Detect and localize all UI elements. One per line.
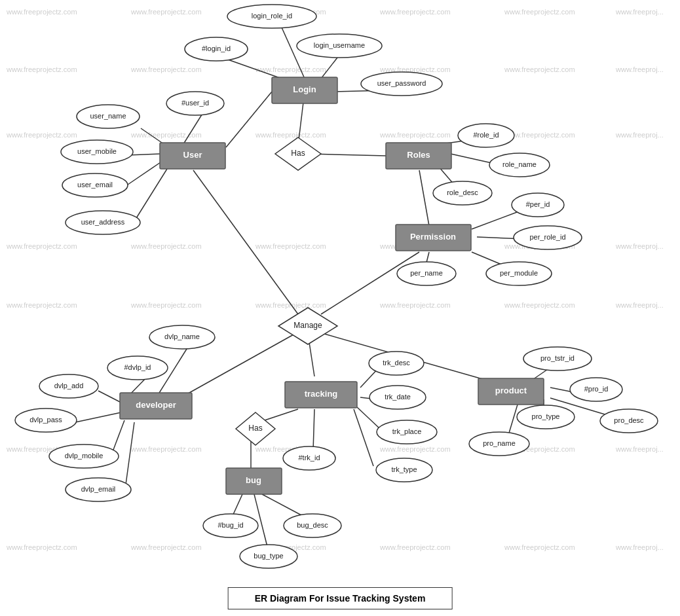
svg-line-30 (126, 422, 134, 484)
entity-product-label: product (495, 386, 527, 395)
attr-bug-id: #bug_id (217, 521, 243, 529)
svg-line-7 (183, 113, 203, 144)
svg-line-2 (321, 58, 337, 79)
entity-bug-label: bug (246, 475, 261, 485)
attr-role-id: #role_id (473, 131, 499, 139)
attr-per-role-id: per_role_id (529, 233, 565, 241)
attr-dvlp-add: dvlp_add (54, 382, 84, 390)
entity-login-label: Login (293, 84, 316, 94)
attr-user-email: user_email (77, 181, 113, 189)
attr-trk-place: trk_place (392, 427, 422, 435)
diamond-has2-label: Has (248, 424, 262, 433)
attr-bug-desc: bug_desc (297, 521, 328, 529)
entity-user-label: User (183, 150, 202, 160)
attr-dvlp-name: dvlp_name (164, 333, 200, 340)
diagram-title: ER Diagram For Issue Tracking System (228, 587, 453, 609)
er-diagram-svg: .entity-rect { fill: #888888; stroke: #5… (0, 0, 680, 616)
svg-line-44 (262, 494, 303, 516)
attr-trk-type: trk_type (391, 465, 417, 473)
attr-user-mobile: user_mobile (77, 147, 117, 155)
svg-line-45 (254, 494, 267, 547)
diamond-has1-label: Has (291, 149, 305, 158)
attr-user-name: user_name (90, 112, 126, 120)
svg-line-0 (282, 27, 305, 79)
svg-line-1 (226, 59, 282, 79)
attr-user-id: #user_id (181, 99, 209, 107)
attr-dvlp-email: dvlp_email (81, 485, 116, 493)
attr-pro-id: #pro_id (584, 385, 609, 393)
attr-dvlp-id: #dvlp_id (124, 363, 151, 371)
attr-pro-tstr-id: pro_tstr_id (540, 354, 575, 362)
attr-login-username: login_username (314, 41, 365, 49)
diamond-manage-label: Manage (293, 321, 322, 330)
attr-user-address: user_address (81, 218, 125, 226)
svg-line-34 (354, 409, 373, 466)
attr-role-name: role_name (502, 160, 537, 168)
attr-pro-desc: pro_desc (614, 416, 644, 424)
svg-line-4 (226, 92, 272, 147)
entity-tracking-label: tracking (305, 389, 338, 399)
svg-line-35 (313, 409, 314, 450)
svg-line-20 (193, 170, 298, 314)
attr-per-id: #per_id (526, 200, 550, 208)
attr-dvlp-mobile: dvlp_mobile (65, 452, 104, 460)
svg-line-28 (75, 412, 121, 422)
attr-login-role-id: login_role_id (252, 12, 292, 20)
svg-line-21 (321, 252, 419, 314)
attr-pro-type: pro_type (532, 412, 560, 420)
attr-per-name: per_name (410, 269, 443, 277)
attr-trk-date: trk_date (385, 393, 411, 401)
entity-permission-label: Permission (410, 232, 456, 242)
attr-trk-id: #trk_id (298, 454, 320, 462)
svg-line-13 (451, 154, 495, 164)
svg-line-15 (419, 170, 429, 226)
attr-per-module: per_module (500, 269, 538, 277)
attr-role-desc: role_desc (447, 189, 478, 196)
svg-line-10 (128, 162, 161, 185)
title-text: ER Diagram For Issue Tracking System (255, 593, 426, 604)
svg-line-43 (233, 494, 242, 516)
attr-login-id: #login_id (202, 45, 231, 52)
svg-line-8 (141, 128, 164, 144)
svg-line-33 (357, 407, 380, 429)
attr-pro-name: pro_name (483, 439, 516, 447)
attr-dvlp-pass: dvlp_pass (29, 416, 62, 424)
entity-roles-label: Roles (407, 150, 430, 160)
attr-user-password: user_password (377, 79, 426, 87)
attr-bug-type: bug_type (254, 552, 283, 560)
svg-line-16 (472, 209, 524, 229)
entity-developer-label: developer (136, 400, 176, 410)
attr-trk-desc: trk_desc (383, 359, 410, 367)
svg-line-27 (98, 391, 121, 403)
